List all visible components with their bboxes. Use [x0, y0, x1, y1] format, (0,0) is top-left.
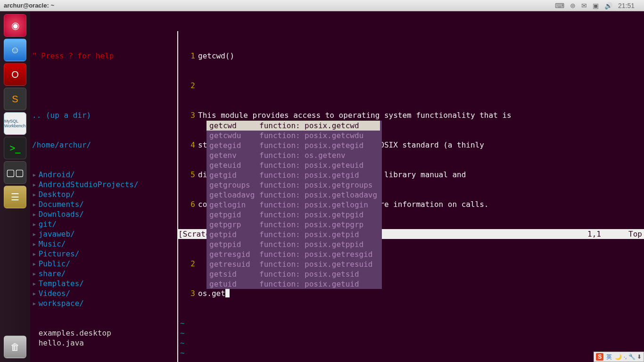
- nerdtree-dir[interactable]: ▸Public/: [32, 259, 177, 269]
- dock-app-terminal[interactable]: >_: [4, 137, 26, 159]
- completion-item[interactable]: getpgidfunction:posix.getpgid: [206, 210, 380, 220]
- nerdtree-dir[interactable]: ▸javaweb/: [32, 229, 177, 239]
- nerdtree-cwd[interactable]: /home/archur/: [32, 140, 177, 150]
- empty-line-marker: ~: [178, 358, 644, 362]
- sogou-icon[interactable]: S: [596, 353, 603, 361]
- folder-collapsed-icon: ▸: [32, 199, 37, 209]
- completion-item[interactable]: getresuidfunction:posix.getresuid: [206, 259, 380, 269]
- vim-terminal[interactable]: " Press ? for help .. (up a dir) /home/a…: [30, 11, 644, 362]
- folder-collapsed-icon: ▸: [32, 239, 37, 249]
- completion-item[interactable]: getppidfunction:posix.getppid: [206, 239, 380, 249]
- text-cursor: [225, 289, 230, 297]
- mail-icon[interactable]: ✉: [581, 2, 587, 9]
- launcher-dock: ◉ ☺ O S MySQL Workbench >_ ▢▢ ☰ 🗑: [0, 11, 30, 362]
- completion-item[interactable]: getcwdfunction:posix.getcwd: [206, 121, 380, 131]
- completion-item[interactable]: getcwdufunction:posix.getcwdu: [206, 131, 380, 140]
- nerdtree-updir[interactable]: .. (up a dir): [32, 110, 177, 120]
- nerdtree-dir[interactable]: ▸workspace/: [32, 298, 177, 308]
- completion-item[interactable]: getgidfunction:posix.getgid: [206, 170, 380, 180]
- nerdtree-pane[interactable]: " Press ? for help .. (up a dir) /home/a…: [30, 31, 178, 362]
- nerdtree-file[interactable]: hello.java: [32, 338, 177, 348]
- editor-line-3[interactable]: os.get: [198, 288, 230, 298]
- top-menubar: archur@oracle: ~ ⌨ ⊚ ✉ ▣ 🔊 21:51: [0, 0, 644, 11]
- dock-app-mysqlwb[interactable]: MySQL Workbench: [4, 112, 26, 135]
- ime-icons[interactable]: 🌙 ·, 🔧 ⬇: [615, 352, 642, 362]
- nerdtree-dir[interactable]: ▸Videos/: [32, 288, 177, 298]
- clock[interactable]: 21:51: [618, 2, 635, 9]
- completion-item[interactable]: getpgrpfunction:posix.getpgrp: [206, 220, 380, 230]
- completion-item[interactable]: getresgidfunction:posix.getresgid: [206, 249, 380, 259]
- empty-line-marker: ~: [178, 318, 644, 328]
- window-title: archur@oracle: ~: [4, 2, 54, 9]
- battery-icon[interactable]: ▣: [593, 2, 599, 9]
- folder-collapsed-icon: ▸: [32, 219, 37, 229]
- folder-collapsed-icon: ▸: [32, 259, 37, 269]
- dock-app-sublime[interactable]: S: [4, 88, 26, 110]
- nerdtree-dir[interactable]: ▸AndroidStudioProjects/: [32, 180, 177, 189]
- folder-collapsed-icon: ▸: [32, 209, 37, 219]
- nerdtree-file[interactable]: examples.desktop: [32, 328, 177, 338]
- editor-pane[interactable]: 1getcwd() 2 3This module provides access…: [178, 31, 644, 362]
- completion-item[interactable]: getegidfunction:posix.getegid: [206, 140, 380, 150]
- folder-collapsed-icon: ▸: [32, 170, 37, 180]
- folder-collapsed-icon: ▸: [32, 298, 37, 308]
- folder-collapsed-icon: ▸: [32, 249, 37, 259]
- dock-app-disk[interactable]: ☰: [4, 186, 26, 208]
- completion-item[interactable]: geteuidfunction:posix.geteuid: [206, 160, 380, 170]
- ime-tray[interactable]: S 英 🌙 ·, 🔧 ⬇: [594, 352, 644, 362]
- dock-app-workspace[interactable]: ▢▢: [4, 161, 26, 184]
- nerdtree-file-list: examples.desktop hello.java: [32, 328, 177, 348]
- dock-app-trash[interactable]: 🗑: [4, 336, 26, 358]
- volume-icon[interactable]: 🔊: [604, 2, 612, 9]
- wifi-icon[interactable]: ⊚: [570, 2, 576, 9]
- nerdtree-dir[interactable]: ▸Android/: [32, 170, 177, 180]
- completion-item[interactable]: getuidfunction:posix.getuid: [206, 279, 380, 289]
- nerdtree-dir-list: ▸Android/▸AndroidStudioProjects/▸Desktop…: [32, 170, 177, 308]
- completion-item[interactable]: getgroupsfunction:posix.getgroups: [206, 180, 380, 190]
- nerdtree-dir[interactable]: ▸Downloads/: [32, 209, 177, 219]
- completion-item[interactable]: getsidfunction:posix.getsid: [206, 269, 380, 279]
- folder-collapsed-icon: ▸: [32, 180, 37, 189]
- nerdtree-dir[interactable]: ▸Documents/: [32, 199, 177, 209]
- folder-collapsed-icon: ▸: [32, 189, 37, 199]
- folder-collapsed-icon: ▸: [32, 288, 37, 298]
- nerdtree-dir[interactable]: ▸Pictures/: [32, 249, 177, 259]
- omni-completion-popup[interactable]: getcwdfunction:posix.getcwdgetcwdufuncti…: [206, 121, 382, 289]
- system-tray: ⌨ ⊚ ✉ ▣ 🔊 21:51: [555, 2, 640, 9]
- empty-line-marker: ~: [178, 328, 644, 338]
- dock-app-ubuntu[interactable]: ◉: [4, 14, 26, 37]
- preview-line-1: getcwd(): [198, 51, 234, 61]
- empty-line-marker: ~: [178, 338, 644, 348]
- completion-item[interactable]: getloadavgfunction:posix.getloadavg: [206, 190, 380, 200]
- completion-item[interactable]: getenvfunction:os.getenv: [206, 150, 380, 160]
- nerdtree-dir[interactable]: ▸Desktop/: [32, 189, 177, 199]
- ime-lang[interactable]: 英: [606, 352, 612, 362]
- dock-app-files[interactable]: ☺: [4, 39, 26, 61]
- preview-line-3: This module provides access to operating…: [198, 110, 512, 120]
- nerdtree-dir[interactable]: ▸share/: [32, 269, 177, 279]
- nerdtree-dir[interactable]: ▸Templates/: [32, 279, 177, 288]
- nerdtree-help: " Press ? for help: [32, 51, 177, 61]
- nerdtree-dir[interactable]: ▸Music/: [32, 239, 177, 249]
- completion-item[interactable]: getloginfunction:posix.getlogin: [206, 200, 380, 210]
- empty-line-marker: ~: [178, 348, 644, 358]
- folder-collapsed-icon: ▸: [32, 269, 37, 279]
- folder-collapsed-icon: ▸: [32, 279, 37, 288]
- keyboard-icon[interactable]: ⌨: [555, 2, 564, 9]
- completion-item[interactable]: getpidfunction:posix.getpid: [206, 230, 380, 239]
- folder-collapsed-icon: ▸: [32, 229, 37, 239]
- dock-app-opera[interactable]: O: [4, 63, 26, 86]
- nerdtree-dir[interactable]: ▸git/: [32, 219, 177, 229]
